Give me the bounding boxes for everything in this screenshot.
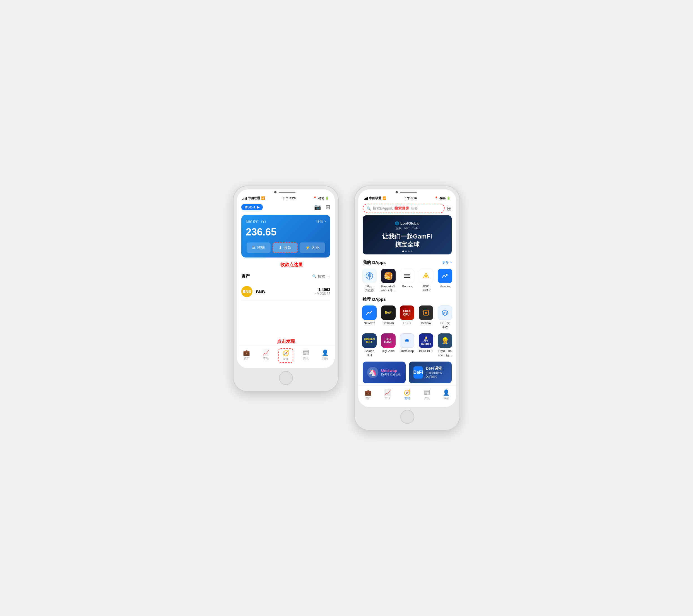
dapp-bounce[interactable]: Bounce [398, 267, 416, 294]
nav-mine[interactable]: 👤 我的 [318, 348, 332, 363]
right-wifi-icon: 📶 [382, 196, 387, 200]
arrow-right-icon: ▶ [257, 205, 259, 209]
balance-card: 我的资产（¥） 详情 > 236.65 ⇄ 转账 ⬇ 收款 ⚡ 闪兑 [241, 215, 330, 258]
discover-header: 🔍 搜索DApp或 搜索薄饼 玩耍 ⊞ [358, 201, 456, 215]
dapp-bethash[interactable]: Bet# Bethash [379, 304, 397, 330]
network-badge[interactable]: BSC-1 ▶ [241, 204, 263, 210]
search-button[interactable]: 🔍 搜索 [312, 274, 325, 279]
nav-news[interactable]: 📰 资讯 [299, 348, 313, 363]
dapp-bluebet[interactable]: 🎂周年BVEBET BLUEBET [417, 332, 435, 358]
detail-link[interactable]: 详情 > [316, 219, 326, 224]
banner-subtitle: 游戏 NFT DeFi [382, 226, 432, 231]
discover-nav-label: 发现 [283, 357, 289, 361]
search-icon: 🔍 [312, 274, 317, 278]
qr-scan-icon[interactable]: ⊞ [325, 204, 330, 210]
nav-discover[interactable]: 🧭 发现 [278, 348, 293, 363]
bnb-asset-item[interactable]: BNB BNB 1.4963 ≈ ¥ 236.65 [241, 283, 330, 301]
right-assets-nav-label: 资产 [365, 396, 371, 400]
right-market-nav-icon: 📈 [384, 389, 391, 396]
dapp-biggame[interactable]: BiGGAME BigGame [379, 332, 397, 358]
felix-label: FELIX [403, 321, 412, 325]
right-market-nav-label: 市场 [385, 396, 390, 400]
dapp-browser[interactable]: DApp浏览器 [360, 267, 378, 294]
dapp-newdex[interactable]: Newdex [436, 267, 454, 294]
dmd-label: Dmd.Finance（钻… [438, 349, 452, 357]
time-label: 下午 3:26 [282, 196, 295, 200]
right-nav-assets[interactable]: 💼 资产 [361, 388, 375, 401]
dapp-goldenbull[interactable]: GOLDENBULL GoldenBull [360, 332, 378, 358]
balance-label: 我的资产（¥） [246, 219, 268, 224]
newdex-label: Newdex [439, 284, 451, 288]
speaker [279, 192, 295, 193]
dapp-felix[interactable]: FREECPU FELIX [398, 304, 416, 330]
dapp-justswap[interactable]: JustSwap [398, 332, 416, 358]
defi-sub: 汇聚全网最火DeFi教程 [426, 371, 447, 379]
uniswap-sub: DeFi牛市发动机 [381, 373, 401, 377]
nav-assets[interactable]: 💼 资产 [240, 348, 253, 363]
right-phone: 中国联通 📶 下午 3:26 📍 46% 🔋 🔍 搜索DApp或 搜索薄饼 玩耍 [355, 186, 459, 430]
bounce-icon [400, 269, 414, 283]
receive-button[interactable]: ⬇ 收款 [273, 242, 298, 253]
newdex-icon [438, 269, 452, 283]
right-home-button[interactable] [400, 410, 414, 424]
bnb-amount: 1.4963 [314, 287, 330, 292]
bluebet-label: BLUEBET [419, 349, 433, 353]
right-bottom-nav: 💼 资产 📈 市场 🧭 发现 📰 资讯 👤 我的 [358, 385, 456, 407]
left-phone: 中国联通 📶 下午 3:26 📍 46% 🔋 BSC-1 ▶ 📷 [234, 186, 338, 391]
dapp-dmd[interactable]: 👷 Dmd.Finance（钻… [436, 332, 454, 358]
biggame-label: BigGame [382, 349, 395, 353]
assets-header: BSC-1 ▶ 📷 ⊞ [237, 201, 335, 213]
defi-promo[interactable]: DeFi DeFi课堂 汇聚全网最火DeFi教程 [409, 361, 452, 383]
dapp-newdex2[interactable]: Newdex [360, 304, 378, 330]
svg-point-12 [406, 340, 408, 341]
assets-nav-label: 资产 [244, 357, 250, 360]
right-mine-nav-icon: 👤 [443, 389, 450, 396]
uniswap-promo[interactable]: 🦄 Uniswap DeFi牛市发动机 [363, 361, 405, 383]
right-nav-discover[interactable]: 🧭 发现 [400, 388, 414, 401]
right-time-label: 下午 3:26 [404, 196, 417, 200]
dapp-dfs[interactable]: DFS DFS大丰收 [436, 304, 454, 330]
browser-icon [362, 269, 377, 283]
rec-dapps-header: 推荐 DApps [358, 295, 456, 303]
bethash-icon: Bet# [381, 305, 396, 320]
add-asset-button[interactable]: + [327, 273, 330, 279]
dot-3 [408, 251, 410, 252]
right-nav-news[interactable]: 📰 资讯 [420, 388, 434, 401]
home-button[interactable] [279, 371, 293, 385]
newdex2-label: Newdex [364, 321, 375, 325]
qr-icon[interactable]: ⊞ [447, 205, 452, 212]
search-box[interactable]: 🔍 搜索DApp或 搜索薄饼 玩耍 [363, 204, 445, 213]
carrier-label: 中国联通 [248, 196, 260, 200]
defi-text: DeFi课堂 汇聚全网最火DeFi教程 [426, 366, 447, 379]
main-container: 中国联通 📶 下午 3:26 📍 46% 🔋 BSC-1 ▶ 📷 [234, 186, 459, 430]
transfer-button[interactable]: ⇄ 转账 [246, 242, 271, 253]
right-speaker [400, 192, 417, 193]
defibox-icon [419, 305, 433, 320]
bscswap-icon [419, 269, 433, 283]
flash-button[interactable]: ⚡ 闪兑 [300, 242, 325, 253]
battery-icon: 🔋 [325, 196, 329, 200]
dmd-icon: 👷 [438, 333, 452, 348]
nav-market[interactable]: 📈 市场 [259, 348, 273, 363]
transfer-label: 转账 [257, 245, 265, 250]
right-nav-market[interactable]: 📈 市场 [381, 388, 395, 401]
bethash-label: Bethash [383, 321, 394, 325]
dapp-defibox[interactable]: Defibox [417, 304, 435, 330]
goldenbull-label: GoldenBull [364, 349, 374, 357]
right-status-bar: 中国联通 📶 下午 3:26 📍 46% 🔋 [358, 195, 456, 201]
left-bottom-nav: 💼 资产 📈 市场 🧭 发现 📰 资讯 👤 我的 [237, 346, 335, 368]
newdex2-icon [362, 305, 377, 320]
right-signal-icon [364, 197, 368, 200]
uniswap-text: Uniswap DeFi牛市发动机 [381, 368, 401, 377]
annotation-discover-area: 点击发现 [237, 338, 335, 346]
balance-amount: 236.65 [246, 226, 326, 238]
camera-scan-icon[interactable]: 📷 [314, 204, 321, 210]
right-nav-mine[interactable]: 👤 我的 [439, 388, 453, 401]
promo-banner[interactable]: 🌐 LootGlobal 游戏 NFT DeFi 让我们一起GamFi掠宝全球 [363, 215, 452, 254]
location-icon: 📍 [313, 196, 317, 200]
uniswap-icon: 🦄 [367, 367, 378, 378]
defi-icon: DeFi [413, 366, 423, 379]
my-dapps-more[interactable]: 更多 > [442, 260, 452, 265]
dapp-pancake[interactable]: 🥞 PancakeSwap（薄… [379, 267, 397, 294]
dapp-bscswap[interactable]: BSCSWAP [417, 267, 435, 294]
